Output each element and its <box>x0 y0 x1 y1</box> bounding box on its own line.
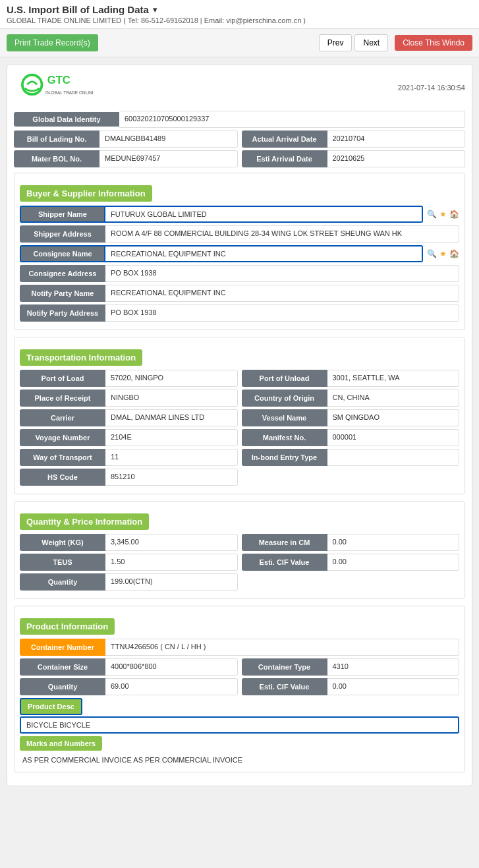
measure-in-cm-value: 0.00 <box>327 534 460 551</box>
shipper-address-label: Shipper Address <box>20 225 105 243</box>
consignee-address-label: Consignee Address <box>20 265 105 282</box>
port-of-unload-label: Port of Unload <box>242 370 327 387</box>
print-button[interactable]: Print Trade Record(s) <box>7 34 98 51</box>
country-of-origin-label: Country of Origin <box>242 390 327 407</box>
consignee-name-value: RECREATIONAL EQUIPMENT INC <box>105 245 423 262</box>
buyer-supplier-title: Buyer & Supplier Information <box>20 185 152 202</box>
quantity-price-title: Quantity & Price Information <box>20 513 149 530</box>
place-country-row: Place of Receipt NINGBO Country of Origi… <box>20 390 459 407</box>
manifest-no-value: 000001 <box>327 429 460 446</box>
main-content: GTC GLOBAL TRADE ONLINE LIMITED 2021-07-… <box>7 64 472 786</box>
carrier-vessel-row: Carrier DMAL, DANMAR LINES LTD Vessel Na… <box>20 409 459 426</box>
company-info: GLOBAL TRADE ONLINE LIMITED ( Tel: 86-51… <box>7 16 472 24</box>
product-esti-cif-label: Esti. CIF Value <box>242 678 327 695</box>
actual-arrival-date-value: 20210704 <box>327 130 466 148</box>
product-information-title: Product Information <box>20 618 115 635</box>
toolbar: Print Trade Record(s) Prev Next Close Th… <box>0 29 479 57</box>
voyage-manifest-row: Voyage Number 2104E Manifest No. 000001 <box>20 429 459 446</box>
container-type-label: Container Type <box>242 658 327 676</box>
port-of-load-value: 57020, NINGPO <box>105 370 238 387</box>
quantity-value: 199.00(CTN) <box>105 573 238 591</box>
product-esti-cif-value: 0.00 <box>327 678 460 695</box>
consignee-star-icon[interactable]: ★ <box>439 249 447 258</box>
mater-bol-no-value: MEDUNE697457 <box>99 150 238 167</box>
voyage-number-value: 2104E <box>105 429 238 446</box>
transport-bond-row: Way of Transport 11 In-bond Entry Type <box>20 449 459 466</box>
prev-button[interactable]: Prev <box>319 34 352 51</box>
company-logo: GTC GLOBAL TRADE ONLINE LIMITED <box>14 71 93 104</box>
container-size-value: 4000*806*800 <box>105 658 238 676</box>
shipper-icons: 🔍 ★ 🏠 <box>427 210 459 219</box>
search-icon[interactable]: 🔍 <box>427 210 437 219</box>
page-title: U.S. Import Bill of Lading Data <box>7 4 149 15</box>
way-of-transport-label: Way of Transport <box>20 449 105 466</box>
teus-label: TEUS <box>20 554 105 571</box>
vessel-name-value: SM QINGDAO <box>327 409 460 426</box>
port-of-unload-value: 3001, SEATTLE, WA <box>327 370 460 387</box>
notify-party-address-row: Notify Party Address PO BOX 1938 <box>20 304 459 322</box>
container-number-row: Container Number TTNU4266506 ( CN / L / … <box>20 639 459 656</box>
container-number-label: Container Number <box>20 639 105 656</box>
home-icon[interactable]: 🏠 <box>449 210 459 219</box>
shipper-name-value: FUTURUX GLOBAL LIMITED <box>105 206 423 223</box>
consignee-address-row: Consignee Address PO BOX 1938 <box>20 265 459 282</box>
carrier-label: Carrier <box>20 409 105 426</box>
weight-measure-row: Weight (KG) 3,345.00 Measure in CM 0.00 <box>20 534 459 551</box>
product-quantity-value: 69.00 <box>105 678 238 695</box>
esti-cif-value-label: Esti. CIF Value <box>242 554 327 571</box>
star-icon[interactable]: ★ <box>439 210 447 219</box>
close-button[interactable]: Close This Windo <box>395 35 472 51</box>
consignee-home-icon[interactable]: 🏠 <box>449 249 459 258</box>
global-data-identity-row: Global Data Identity 6003202107050001293… <box>14 111 465 128</box>
shipper-address-value: ROOM A 4/F 88 COMMERCIAL BUILDING 28-34 … <box>105 225 459 243</box>
weight-kg-value: 3,345.00 <box>105 534 238 551</box>
product-quantity-label: Quantity <box>20 678 105 695</box>
esti-arrival-date-label: Esti Arrival Date <box>242 150 327 167</box>
place-of-receipt-label: Place of Receipt <box>20 390 105 407</box>
svg-text:GLOBAL TRADE ONLINE LIMITED: GLOBAL TRADE ONLINE LIMITED <box>45 90 93 95</box>
actual-arrival-date-label: Actual Arrival Date <box>242 130 327 148</box>
consignee-search-icon[interactable]: 🔍 <box>427 249 437 258</box>
marks-section: Marks and Numbers AS PER COMMERCIAL INVO… <box>20 736 459 767</box>
buyer-supplier-section: Buyer & Supplier Information Shipper Nam… <box>14 173 465 330</box>
quantity-row: Quantity 199.00(CTN) <box>20 573 459 591</box>
manifest-no-label: Manifest No. <box>242 429 327 446</box>
notify-party-address-value: PO BOX 1938 <box>105 304 459 322</box>
country-of-origin-value: CN, CHINA <box>327 390 460 407</box>
esti-cif-value-value: 0.00 <box>327 554 460 571</box>
esti-arrival-date-value: 20210625 <box>327 150 466 167</box>
dropdown-icon[interactable]: ▾ <box>153 5 157 14</box>
consignee-icons: 🔍 ★ 🏠 <box>427 249 459 258</box>
mater-bol-no-label: Mater BOL No. <box>14 150 99 167</box>
shipper-name-label: Shipper Name <box>20 206 105 223</box>
nav-buttons: Prev Next <box>319 34 388 51</box>
svg-text:GTC: GTC <box>47 74 70 86</box>
logo-area: GTC GLOBAL TRADE ONLINE LIMITED <box>14 71 93 104</box>
quantity-price-section: Quantity & Price Information Weight (KG)… <box>14 501 465 599</box>
notify-party-name-row: Notify Party Name RECREATIONAL EQUIPMENT… <box>20 285 459 302</box>
notify-party-name-label: Notify Party Name <box>20 285 105 302</box>
voyage-number-label: Voyage Number <box>20 429 105 446</box>
product-desc-value: BICYCLE BICYCLE <box>20 716 459 734</box>
notify-party-name-value: RECREATIONAL EQUIPMENT INC <box>105 285 459 302</box>
hs-code-value: 851210 <box>105 469 238 486</box>
transportation-title: Transportation Information <box>20 349 142 366</box>
measure-in-cm-label: Measure in CM <box>242 534 327 551</box>
global-data-identity-value: 600320210705000129337 <box>119 111 465 128</box>
place-of-receipt-value: NINGBO <box>105 390 238 407</box>
vessel-name-label: Vessel Name <box>242 409 327 426</box>
top-bar: U.S. Import Bill of Lading Data ▾ GLOBAL… <box>0 0 479 29</box>
port-of-load-label: Port of Load <box>20 370 105 387</box>
transportation-section: Transportation Information Port of Load … <box>14 337 465 494</box>
in-bond-entry-type-label: In-bond Entry Type <box>242 449 327 466</box>
shipper-address-row: Shipper Address ROOM A 4/F 88 COMMERCIAL… <box>20 225 459 243</box>
container-number-value: TTNU4266506 ( CN / L / HH ) <box>105 639 459 656</box>
product-quantity-cif-row: Quantity 69.00 Esti. CIF Value 0.00 <box>20 678 459 695</box>
bill-of-lading-no-label: Bill of Lading No. <box>14 130 99 148</box>
container-size-type-row: Container Size 4000*806*800 Container Ty… <box>20 658 459 676</box>
shipper-name-row: Shipper Name FUTURUX GLOBAL LIMITED 🔍 ★ … <box>20 206 459 223</box>
header-row: GTC GLOBAL TRADE ONLINE LIMITED 2021-07-… <box>14 71 465 104</box>
next-button[interactable]: Next <box>354 34 388 51</box>
bill-of-lading-no-value: DMALNGBB41489 <box>99 130 238 148</box>
basic-info-section: Global Data Identity 6003202107050001293… <box>14 111 465 167</box>
